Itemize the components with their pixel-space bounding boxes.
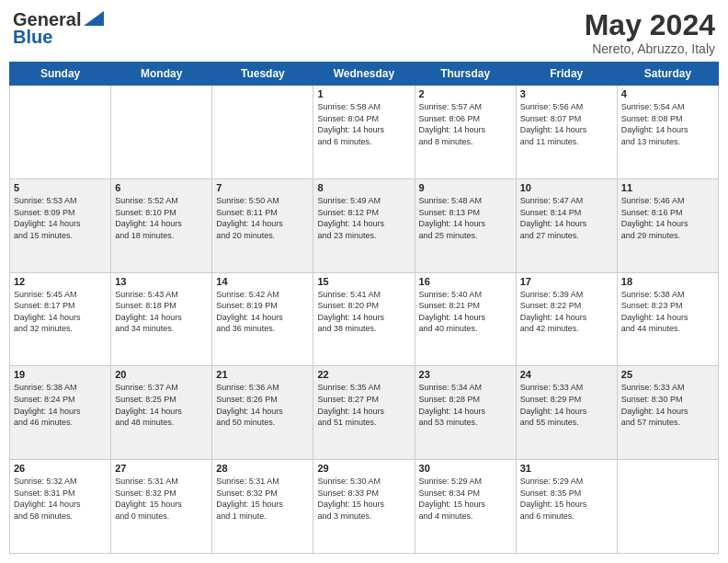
- day-info: Sunrise: 5:52 AMSunset: 8:10 PMDaylight:…: [115, 195, 208, 241]
- day-info: Sunrise: 5:49 AMSunset: 8:12 PMDaylight:…: [317, 195, 410, 241]
- day-number: 3: [520, 88, 613, 99]
- day-info: Sunrise: 5:48 AMSunset: 8:13 PMDaylight:…: [419, 195, 512, 241]
- day-info: Sunrise: 5:50 AMSunset: 8:11 PMDaylight:…: [216, 195, 309, 241]
- calendar-cell: 28Sunrise: 5:31 AMSunset: 8:32 PMDayligh…: [212, 460, 313, 554]
- day-number: 14: [216, 276, 309, 287]
- day-info: Sunrise: 5:29 AMSunset: 8:34 PMDaylight:…: [419, 476, 512, 522]
- day-number: 19: [14, 369, 107, 380]
- day-number: 30: [419, 463, 512, 474]
- calendar-week-4: 19Sunrise: 5:38 AMSunset: 8:24 PMDayligh…: [10, 366, 719, 460]
- day-number: 26: [14, 463, 107, 474]
- calendar-cell: 7Sunrise: 5:50 AMSunset: 8:11 PMDaylight…: [212, 178, 313, 272]
- day-number: 10: [520, 182, 613, 193]
- day-info: Sunrise: 5:41 AMSunset: 8:20 PMDaylight:…: [317, 289, 410, 335]
- day-info: Sunrise: 5:56 AMSunset: 8:07 PMDaylight:…: [520, 101, 613, 147]
- calendar-cell: 17Sunrise: 5:39 AMSunset: 8:22 PMDayligh…: [516, 272, 617, 366]
- day-info: Sunrise: 5:42 AMSunset: 8:19 PMDaylight:…: [216, 289, 309, 335]
- calendar-cell: 10Sunrise: 5:47 AMSunset: 8:14 PMDayligh…: [516, 178, 617, 272]
- calendar-cell: 15Sunrise: 5:41 AMSunset: 8:20 PMDayligh…: [313, 272, 415, 366]
- page: General Blue May 2024 Nereto, Abruzzo, I…: [0, 0, 728, 563]
- header: General Blue May 2024 Nereto, Abruzzo, I…: [9, 9, 719, 56]
- weekday-wednesday: Wednesday: [313, 63, 415, 86]
- day-number: 1: [317, 88, 410, 99]
- day-number: 13: [115, 276, 208, 287]
- day-info: Sunrise: 5:58 AMSunset: 8:04 PMDaylight:…: [317, 101, 410, 147]
- calendar-cell: 16Sunrise: 5:40 AMSunset: 8:21 PMDayligh…: [415, 272, 516, 366]
- day-info: Sunrise: 5:38 AMSunset: 8:24 PMDaylight:…: [14, 382, 107, 428]
- calendar-cell: 20Sunrise: 5:37 AMSunset: 8:25 PMDayligh…: [111, 366, 212, 460]
- calendar-cell: [111, 86, 212, 179]
- weekday-saturday: Saturday: [617, 63, 718, 86]
- day-info: Sunrise: 5:33 AMSunset: 8:29 PMDaylight:…: [520, 382, 613, 428]
- calendar-cell: 14Sunrise: 5:42 AMSunset: 8:19 PMDayligh…: [212, 272, 313, 366]
- calendar-cell: [212, 86, 313, 179]
- day-number: 22: [317, 369, 410, 380]
- day-info: Sunrise: 5:38 AMSunset: 8:23 PMDaylight:…: [621, 289, 714, 335]
- calendar-cell: 30Sunrise: 5:29 AMSunset: 8:34 PMDayligh…: [415, 460, 516, 554]
- calendar-cell: 5Sunrise: 5:53 AMSunset: 8:09 PMDaylight…: [10, 178, 111, 272]
- weekday-sunday: Sunday: [10, 63, 111, 86]
- day-number: 24: [520, 369, 613, 380]
- calendar-cell: [617, 460, 718, 554]
- location: Nereto, Abruzzo, Italy: [585, 41, 715, 56]
- day-number: 8: [317, 182, 410, 193]
- weekday-friday: Friday: [516, 63, 617, 86]
- weekday-tuesday: Tuesday: [212, 63, 313, 86]
- calendar-cell: 21Sunrise: 5:36 AMSunset: 8:26 PMDayligh…: [212, 366, 313, 460]
- day-number: 25: [621, 369, 714, 380]
- day-number: 9: [419, 182, 512, 193]
- weekday-thursday: Thursday: [415, 63, 516, 86]
- day-info: Sunrise: 5:37 AMSunset: 8:25 PMDaylight:…: [115, 382, 208, 428]
- day-number: 12: [14, 276, 107, 287]
- logo-blue: Blue: [13, 27, 52, 48]
- day-number: 28: [216, 463, 309, 474]
- day-number: 27: [115, 463, 208, 474]
- calendar-cell: 29Sunrise: 5:30 AMSunset: 8:33 PMDayligh…: [313, 460, 415, 554]
- day-number: 17: [520, 276, 613, 287]
- calendar-cell: 19Sunrise: 5:38 AMSunset: 8:24 PMDayligh…: [10, 366, 111, 460]
- day-number: 6: [115, 182, 208, 193]
- month-title: May 2024: [585, 9, 715, 41]
- calendar-cell: [10, 86, 111, 179]
- calendar-table: SundayMondayTuesdayWednesdayThursdayFrid…: [9, 62, 719, 554]
- calendar-cell: 13Sunrise: 5:43 AMSunset: 8:18 PMDayligh…: [111, 272, 212, 366]
- day-number: 16: [419, 276, 512, 287]
- calendar-cell: 24Sunrise: 5:33 AMSunset: 8:29 PMDayligh…: [516, 366, 617, 460]
- calendar-week-1: 1Sunrise: 5:58 AMSunset: 8:04 PMDaylight…: [10, 86, 719, 179]
- calendar-week-2: 5Sunrise: 5:53 AMSunset: 8:09 PMDaylight…: [10, 178, 719, 272]
- day-info: Sunrise: 5:43 AMSunset: 8:18 PMDaylight:…: [115, 289, 208, 335]
- title-block: May 2024 Nereto, Abruzzo, Italy: [585, 9, 715, 56]
- day-info: Sunrise: 5:57 AMSunset: 8:06 PMDaylight:…: [419, 101, 512, 147]
- day-info: Sunrise: 5:35 AMSunset: 8:27 PMDaylight:…: [317, 382, 410, 428]
- calendar-cell: 8Sunrise: 5:49 AMSunset: 8:12 PMDaylight…: [313, 178, 415, 272]
- calendar-cell: 6Sunrise: 5:52 AMSunset: 8:10 PMDaylight…: [111, 178, 212, 272]
- day-info: Sunrise: 5:31 AMSunset: 8:32 PMDaylight:…: [216, 476, 309, 522]
- day-info: Sunrise: 5:33 AMSunset: 8:30 PMDaylight:…: [621, 382, 714, 428]
- day-info: Sunrise: 5:45 AMSunset: 8:17 PMDaylight:…: [14, 289, 107, 335]
- day-number: 5: [14, 182, 107, 193]
- day-number: 29: [317, 463, 410, 474]
- calendar-cell: 22Sunrise: 5:35 AMSunset: 8:27 PMDayligh…: [313, 366, 415, 460]
- calendar-week-5: 26Sunrise: 5:32 AMSunset: 8:31 PMDayligh…: [10, 460, 719, 554]
- day-info: Sunrise: 5:29 AMSunset: 8:35 PMDaylight:…: [520, 476, 613, 522]
- calendar-cell: 23Sunrise: 5:34 AMSunset: 8:28 PMDayligh…: [415, 366, 516, 460]
- day-number: 20: [115, 369, 208, 380]
- day-info: Sunrise: 5:39 AMSunset: 8:22 PMDaylight:…: [520, 289, 613, 335]
- calendar-cell: 27Sunrise: 5:31 AMSunset: 8:32 PMDayligh…: [111, 460, 212, 554]
- calendar-cell: 4Sunrise: 5:54 AMSunset: 8:08 PMDaylight…: [617, 86, 718, 179]
- day-info: Sunrise: 5:53 AMSunset: 8:09 PMDaylight:…: [14, 195, 107, 241]
- day-info: Sunrise: 5:34 AMSunset: 8:28 PMDaylight:…: [419, 382, 512, 428]
- day-info: Sunrise: 5:54 AMSunset: 8:08 PMDaylight:…: [621, 101, 714, 147]
- logo-icon: [84, 11, 104, 26]
- weekday-monday: Monday: [111, 63, 212, 86]
- calendar-cell: 26Sunrise: 5:32 AMSunset: 8:31 PMDayligh…: [10, 460, 111, 554]
- day-number: 18: [621, 276, 714, 287]
- day-info: Sunrise: 5:30 AMSunset: 8:33 PMDaylight:…: [317, 476, 410, 522]
- calendar-cell: 1Sunrise: 5:58 AMSunset: 8:04 PMDaylight…: [313, 86, 415, 179]
- day-info: Sunrise: 5:31 AMSunset: 8:32 PMDaylight:…: [115, 476, 208, 522]
- day-number: 2: [419, 88, 512, 99]
- calendar-cell: 9Sunrise: 5:48 AMSunset: 8:13 PMDaylight…: [415, 178, 516, 272]
- day-info: Sunrise: 5:47 AMSunset: 8:14 PMDaylight:…: [520, 195, 613, 241]
- calendar-cell: 3Sunrise: 5:56 AMSunset: 8:07 PMDaylight…: [516, 86, 617, 179]
- day-info: Sunrise: 5:36 AMSunset: 8:26 PMDaylight:…: [216, 382, 309, 428]
